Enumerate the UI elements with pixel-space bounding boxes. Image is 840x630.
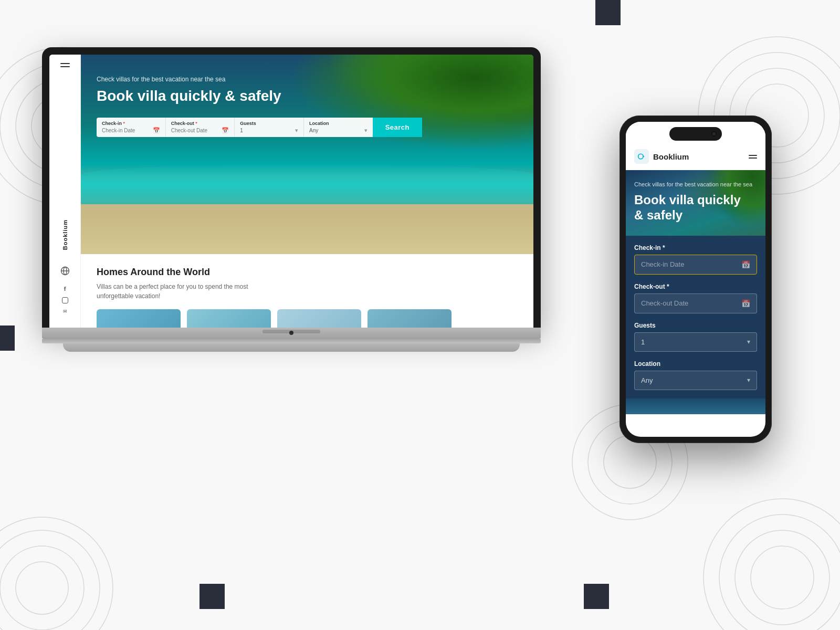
sidebar-brand-label: Booklium	[62, 219, 68, 250]
card-row	[97, 309, 518, 328]
phone-booking-form: Check-in * Check-in Date 📅 Check-out * C…	[626, 236, 765, 398]
phone-menu-line-2	[749, 158, 757, 159]
calendar-icon-phone-checkin: 📅	[741, 260, 750, 269]
phone-checkin-input-wrapper[interactable]: Check-in Date 📅	[634, 255, 757, 275]
guests-field-group: Guests 1 2 3 4+ ▾	[235, 118, 304, 137]
phone-location-field: Location Any ▾	[634, 360, 757, 390]
checkout-input[interactable]	[171, 128, 220, 133]
svg-point-16	[604, 436, 656, 488]
laptop-bezel: Booklium f ✉	[42, 47, 541, 328]
section-title: Homes Around the World	[97, 267, 518, 278]
laptop-chin	[42, 328, 541, 339]
phone-guests-select-wrapper[interactable]: 1 ▾	[634, 332, 757, 352]
phone-logo-text: Booklium	[653, 152, 689, 161]
phone-guests-field: Guests 1 ▾	[634, 322, 757, 352]
svg-point-11	[0, 517, 113, 630]
phone-checkin-label: Check-in *	[634, 244, 757, 251]
phone-hero-title-line1: Book villa quickly	[634, 193, 741, 207]
checkout-field-group: Check-out * 📅	[166, 118, 235, 137]
facebook-icon[interactable]: f	[64, 286, 66, 292]
phone-device: Booklium Check villas for the best vacat…	[620, 116, 772, 443]
decorative-square-5	[584, 584, 609, 609]
phone-checkout-label: Check-out *	[634, 283, 757, 290]
laptop-device: Booklium f ✉	[42, 47, 541, 352]
phone-checkin-placeholder: Check-in Date	[641, 260, 684, 268]
phone-hero-title: Book villa quickly & safely	[634, 193, 757, 223]
laptop-below-hero: Homes Around the World Villas can be a p…	[81, 254, 533, 328]
calendar-icon-checkout: 📅	[222, 127, 229, 134]
hero-title: Book villa quickly & safely	[97, 87, 307, 105]
card-thumbnail-1	[97, 309, 181, 328]
svg-point-8	[16, 562, 68, 614]
laptop-hinge	[42, 339, 541, 343]
laptop-main-content: Check villas for the best vacation near …	[81, 55, 533, 328]
card-thumbnail-2	[187, 309, 271, 328]
svg-point-10	[0, 530, 100, 630]
card-thumbnail-3	[277, 309, 361, 328]
calendar-icon-checkin: 📅	[153, 127, 160, 134]
chevron-down-guests-phone-icon: ▾	[747, 338, 750, 345]
email-icon[interactable]: ✉	[63, 309, 67, 314]
phone-bottom-area	[626, 398, 765, 414]
phone-bezel: Booklium Check villas for the best vacat…	[620, 116, 772, 443]
hero-content: Check villas for the best vacation near …	[81, 55, 533, 148]
phone-checkout-field: Check-out * Check-out Date 📅	[634, 283, 757, 313]
laptop-foot	[63, 343, 520, 352]
search-button[interactable]: Search	[373, 118, 422, 137]
phone-checkout-placeholder: Check-out Date	[641, 299, 688, 307]
instagram-icon[interactable]	[62, 297, 68, 303]
phone-guests-label: Guests	[634, 322, 757, 329]
section-description: Villas can be a perfect place for you to…	[97, 282, 265, 301]
phone-hero-section: Check villas for the best vacation near …	[626, 170, 765, 236]
guests-label: Guests	[240, 121, 298, 126]
svg-point-15	[704, 499, 840, 630]
checkout-label: Check-out *	[171, 121, 229, 126]
location-field-group: Location Any Maldives Bali ▾	[304, 118, 373, 137]
chevron-down-guests-icon: ▾	[295, 127, 298, 134]
hamburger-line-2	[60, 66, 70, 67]
card-thumbnail-4	[368, 309, 452, 328]
checkin-input-row: 📅	[102, 127, 160, 134]
chevron-down-location-icon: ▾	[364, 127, 368, 134]
guests-input-row: 1 2 3 4+ ▾	[240, 127, 298, 134]
sidebar-hamburger-menu[interactable]	[60, 63, 70, 67]
laptop-hero-section: Check villas for the best vacation near …	[81, 55, 533, 254]
decorative-square-4	[200, 584, 225, 609]
laptop-sidebar: Booklium f ✉	[49, 55, 81, 328]
decorative-square-2	[0, 326, 15, 351]
checkin-label: Check-in *	[102, 121, 160, 126]
phone-guests-value: 1	[641, 338, 645, 346]
phone-hero-content: Check villas for the best vacation near …	[634, 181, 757, 223]
phone-location-value: Any	[641, 376, 653, 384]
phone-location-select-wrapper[interactable]: Any ▾	[634, 371, 757, 390]
phone-hamburger-menu[interactable]	[749, 155, 757, 159]
phone-logo-icon	[634, 149, 649, 164]
phone-menu-line-1	[749, 155, 757, 156]
checkin-input[interactable]	[102, 128, 151, 133]
phone-checkout-input-wrapper[interactable]: Check-out Date 📅	[634, 293, 757, 313]
laptop-trackpad-indicator	[262, 330, 320, 333]
guests-select[interactable]: 1 2 3 4+	[240, 128, 293, 133]
svg-point-14	[719, 514, 840, 630]
decorative-square-1	[595, 0, 621, 25]
phone-hero-subtitle: Check villas for the best vacation near …	[634, 181, 757, 188]
phone-hero-title-line2: & safely	[634, 208, 682, 222]
phone-screen: Booklium Check villas for the best vacat…	[626, 122, 765, 437]
checkout-required: *	[195, 121, 197, 126]
svg-point-13	[735, 530, 830, 625]
search-bar: Check-in * 📅 Check-out *	[97, 118, 422, 137]
checkin-required: *	[123, 121, 125, 126]
location-input-row: Any Maldives Bali ▾	[309, 127, 368, 134]
laptop-screen: Booklium f ✉	[49, 55, 533, 328]
hamburger-line-1	[60, 63, 70, 64]
location-select[interactable]: Any Maldives Bali	[309, 128, 362, 133]
phone-dynamic-island	[669, 127, 722, 141]
circles-bottom-right	[698, 494, 840, 630]
checkin-field-group: Check-in * 📅	[97, 118, 166, 137]
chevron-down-location-phone-icon: ▾	[747, 376, 750, 384]
svg-point-12	[751, 546, 814, 609]
svg-point-9	[0, 546, 84, 630]
globe-icon[interactable]	[59, 265, 71, 277]
hero-subtitle: Check villas for the best vacation near …	[97, 76, 518, 83]
location-label: Location	[309, 121, 368, 126]
